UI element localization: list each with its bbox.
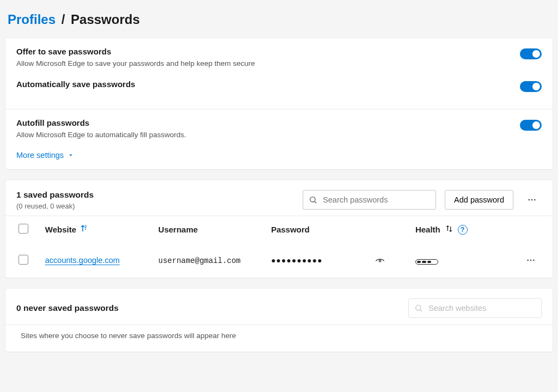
saved-subcount: (0 reused, 0 weak) bbox=[16, 202, 294, 210]
svg-line-10 bbox=[420, 310, 422, 311]
col-header-health[interactable]: Health bbox=[415, 225, 440, 234]
password-settings-card: Offer to save passwords Allow Microsoft … bbox=[5, 38, 553, 169]
select-row-checkbox[interactable] bbox=[19, 255, 28, 265]
svg-point-4 bbox=[534, 199, 536, 201]
password-masked: ●●●●●●●●●● bbox=[271, 256, 323, 265]
toggle-auto-save[interactable] bbox=[520, 81, 542, 92]
never-saved-description: Sites where you choose to never save pas… bbox=[5, 324, 553, 352]
toggle-autofill[interactable] bbox=[520, 120, 542, 131]
col-website-label: Website bbox=[45, 225, 76, 234]
setting-offer-to-save: Offer to save passwords Allow Microsoft … bbox=[5, 38, 553, 76]
col-header-password[interactable]: Password bbox=[271, 225, 310, 234]
svg-point-0 bbox=[310, 197, 315, 202]
col-header-username[interactable]: Username bbox=[158, 225, 198, 234]
setting-autofill-title: Autofill passwords bbox=[16, 118, 186, 127]
search-never-saved bbox=[408, 298, 542, 318]
svg-line-1 bbox=[315, 201, 316, 203]
svg-point-8 bbox=[533, 260, 535, 261]
breadcrumb: Profiles / Passwords bbox=[5, 5, 553, 38]
never-saved-card: 0 never saved passwords Sites where you … bbox=[5, 289, 553, 352]
sort-both-icon[interactable] bbox=[445, 224, 453, 235]
setting-offer-desc: Allow Microsoft Edge to save your passwo… bbox=[16, 59, 255, 68]
search-passwords[interactable] bbox=[303, 190, 436, 210]
saved-passwords-card: 1 saved passwords (0 reused, 0 weak) Add… bbox=[5, 180, 553, 278]
select-all-checkbox[interactable] bbox=[19, 224, 28, 234]
setting-autosave-title: Automatically save passwords bbox=[16, 79, 135, 89]
setting-offer-title: Offer to save passwords bbox=[16, 47, 255, 56]
passwords-table: Website Username Password bbox=[5, 216, 553, 278]
toggle-offer-to-save[interactable] bbox=[520, 48, 542, 59]
more-horizontal-icon bbox=[527, 195, 537, 205]
more-horizontal-icon bbox=[526, 255, 536, 265]
search-icon bbox=[309, 195, 317, 204]
password-website-link[interactable]: accounts.google.com bbox=[45, 256, 120, 265]
health-help-icon[interactable]: ? bbox=[458, 225, 468, 235]
saved-overflow-button[interactable] bbox=[522, 190, 542, 210]
breadcrumb-separator: / bbox=[62, 12, 65, 27]
svg-point-7 bbox=[530, 260, 532, 261]
breadcrumb-current: Passwords bbox=[71, 12, 140, 27]
more-settings-expander[interactable]: More settings bbox=[5, 148, 553, 169]
sort-asc-icon bbox=[81, 225, 87, 234]
table-row: accounts.google.com username@gmail.com ●… bbox=[5, 243, 553, 278]
add-password-button[interactable]: Add password bbox=[445, 190, 513, 210]
setting-auto-save: Automatically save passwords bbox=[5, 76, 553, 109]
row-overflow-button[interactable] bbox=[521, 250, 541, 270]
breadcrumb-root[interactable]: Profiles bbox=[8, 12, 56, 27]
more-settings-label: More settings bbox=[16, 151, 64, 160]
password-username: username@gmail.com bbox=[158, 256, 241, 265]
svg-point-3 bbox=[531, 199, 533, 201]
never-saved-count: 0 never saved passwords bbox=[16, 303, 400, 313]
svg-point-9 bbox=[416, 305, 421, 310]
search-icon bbox=[414, 304, 423, 313]
saved-count: 1 saved passwords bbox=[16, 190, 294, 200]
password-health-icon bbox=[415, 259, 438, 265]
setting-autofill-desc: Allow Microsoft Edge to automatically fi… bbox=[16, 131, 186, 139]
svg-point-2 bbox=[528, 199, 530, 201]
search-passwords-input[interactable] bbox=[323, 195, 430, 204]
chevron-down-icon bbox=[67, 151, 75, 159]
search-never-input bbox=[428, 304, 536, 313]
col-header-website[interactable]: Website bbox=[45, 225, 150, 234]
svg-point-5 bbox=[379, 260, 381, 261]
svg-point-6 bbox=[527, 260, 529, 261]
setting-autofill: Autofill passwords Allow Microsoft Edge … bbox=[5, 109, 553, 148]
reveal-password-icon[interactable] bbox=[375, 255, 385, 265]
